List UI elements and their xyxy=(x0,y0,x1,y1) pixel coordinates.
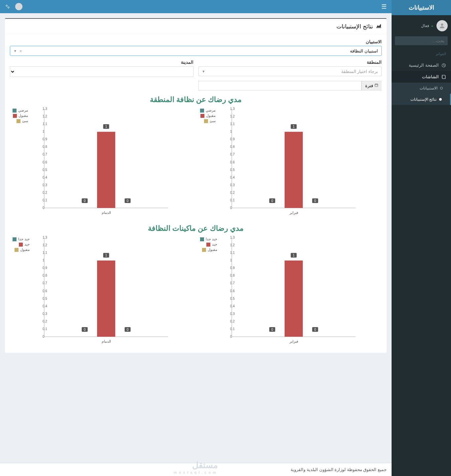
chart-2-svg: 00.10.20.30.40.50.60.70.80.911.11.21.301… xyxy=(10,106,194,218)
survey-clear-button[interactable]: × xyxy=(19,49,22,53)
region-select[interactable]: برجاء اختيار المنطقة ▼ xyxy=(198,66,382,76)
svg-text:0.6: 0.6 xyxy=(230,160,235,164)
svg-text:0: 0 xyxy=(271,328,273,331)
circle-filled-icon xyxy=(439,98,442,101)
sidebar-item-screens[interactable]: الشاشات xyxy=(392,71,451,83)
legend-swatch-icon xyxy=(13,114,17,118)
svg-text:0.8: 0.8 xyxy=(43,274,47,277)
svg-text:0.5: 0.5 xyxy=(43,297,47,300)
svg-text:فبراير: فبراير xyxy=(289,211,298,215)
svg-text:0: 0 xyxy=(84,328,86,331)
svg-text:1.2: 1.2 xyxy=(230,115,235,118)
svg-text:0.7: 0.7 xyxy=(43,153,47,156)
survey-select[interactable]: استبيان النظافة × ▼ xyxy=(10,46,382,56)
svg-text:0.3: 0.3 xyxy=(230,183,235,187)
sidebar-sub-surveys-label: الاستبيانات xyxy=(420,86,437,90)
svg-text:1.3: 1.3 xyxy=(230,236,235,239)
sidebar-sub-surveys[interactable]: الاستبيانات xyxy=(392,83,451,94)
sidebar-sub-results-label: نتائج الإستبيانات xyxy=(410,97,436,102)
topbar: ☰ xyxy=(0,0,392,13)
chart-3-legend: جيد جدا جيد مقبول xyxy=(200,237,217,253)
sidebar-item-home[interactable]: الصفحة الرئيسية xyxy=(392,59,451,71)
svg-text:0.6: 0.6 xyxy=(230,289,235,293)
legend-swatch-icon xyxy=(200,114,204,118)
region-placeholder: برجاء اختيار المنطقة xyxy=(341,69,378,74)
svg-text:0.1: 0.1 xyxy=(43,327,47,331)
chart-1: مرضي مقبول سئ 00.10.20.30.40.50.60.70.80… xyxy=(197,106,382,219)
svg-text:1.2: 1.2 xyxy=(43,243,47,247)
user-status: ● فعال xyxy=(421,23,433,28)
svg-text:0.7: 0.7 xyxy=(230,281,235,285)
sidebar-sub-results[interactable]: نتائج الإستبيانات xyxy=(392,94,451,105)
footer: جميع الحقوق محفوظة لوزارة الشؤون البلدية… xyxy=(0,463,392,476)
legend-swatch-icon xyxy=(15,248,18,252)
svg-text:0.4: 0.4 xyxy=(43,176,47,179)
search-input[interactable] xyxy=(395,36,448,45)
svg-text:0.9: 0.9 xyxy=(43,266,47,270)
svg-text:0: 0 xyxy=(271,199,273,203)
sidebar: الاستبيانات ● فعال القوائم الصفحة الرئيس… xyxy=(392,0,451,476)
svg-text:1.1: 1.1 xyxy=(43,251,47,255)
svg-text:0: 0 xyxy=(84,199,86,203)
svg-point-0 xyxy=(441,23,443,26)
svg-text:1: 1 xyxy=(293,254,295,257)
sidebar-item-screens-label: الشاشات xyxy=(422,74,439,79)
chevron-down-icon: ▼ xyxy=(14,49,17,53)
chart-1-svg: 00.10.20.30.40.50.60.70.80.911.11.21.301… xyxy=(197,106,382,218)
svg-text:0.6: 0.6 xyxy=(43,160,47,164)
legend-swatch-icon xyxy=(13,237,17,241)
svg-text:1: 1 xyxy=(105,125,107,128)
charts-row-1: مرضي مقبول سئ 00.10.20.30.40.50.60.70.80… xyxy=(10,106,382,219)
legend-swatch-icon xyxy=(202,248,206,252)
svg-text:0.5: 0.5 xyxy=(230,297,235,300)
legend-swatch-icon xyxy=(200,109,204,113)
legend-swatch-icon xyxy=(19,243,23,247)
section1-title: مدي رضاك عن نظافة المنطقة xyxy=(10,95,382,104)
svg-text:1.2: 1.2 xyxy=(43,115,47,118)
sidebar-search xyxy=(392,36,451,49)
chart-2-legend: مرضي مقبول سئ xyxy=(13,108,28,124)
topbar-avatar[interactable] xyxy=(15,3,22,10)
charts-row-2: جيد جدا جيد مقبول 00.10.20.30.40.50.60.7… xyxy=(10,234,382,348)
chart-4-svg: 00.10.20.30.40.50.60.70.80.911.11.21.301… xyxy=(10,234,194,347)
svg-text:0.8: 0.8 xyxy=(43,145,47,149)
svg-text:الدمام: الدمام xyxy=(102,339,111,344)
legend-swatch-icon xyxy=(206,243,210,247)
svg-text:1.3: 1.3 xyxy=(43,236,47,239)
svg-text:1.2: 1.2 xyxy=(230,243,235,247)
svg-text:0.9: 0.9 xyxy=(43,137,47,141)
svg-text:0.1: 0.1 xyxy=(230,327,235,331)
city-select[interactable] xyxy=(10,66,193,77)
chart-2: مرضي مقبول سئ 00.10.20.30.40.50.60.70.80… xyxy=(10,106,194,219)
sidebar-item-home-label: الصفحة الرئيسية xyxy=(409,63,439,68)
date-input[interactable] xyxy=(198,81,362,90)
menu-toggle-button[interactable]: ☰ xyxy=(381,3,387,10)
svg-point-5 xyxy=(6,5,7,6)
svg-text:1: 1 xyxy=(293,125,295,128)
svg-text:1.1: 1.1 xyxy=(43,122,47,126)
watermark-sub: mostaql.com xyxy=(174,470,218,474)
survey-select-value: استبيان النظافة xyxy=(350,49,378,53)
svg-text:0.7: 0.7 xyxy=(230,153,235,156)
chart-4-legend: جيد جدا جيد مقبول xyxy=(13,237,30,253)
survey-label: الاستبيان xyxy=(10,39,382,44)
date-range-input[interactable]: فترة xyxy=(198,81,382,90)
svg-rect-54 xyxy=(97,132,115,208)
area-chart-icon xyxy=(376,23,382,30)
panel-title: نتائج الإستبيانات xyxy=(336,23,373,30)
svg-text:0.1: 0.1 xyxy=(230,198,235,202)
svg-text:1.1: 1.1 xyxy=(230,122,235,126)
chevron-down-icon: ▼ xyxy=(202,70,205,73)
chart-1-legend: مرضي مقبول سئ xyxy=(200,108,216,124)
svg-text:0.9: 0.9 xyxy=(230,137,235,141)
gears-icon[interactable] xyxy=(5,4,10,9)
sidebar-menus-header: القوائم xyxy=(392,49,451,59)
footer-text: جميع الحقوق محفوظة لوزارة الشؤون البلدية… xyxy=(291,467,387,472)
svg-text:0.8: 0.8 xyxy=(230,274,235,277)
panel-header: نتائج الإستبيانات xyxy=(5,19,387,34)
chart-3-svg: 00.10.20.30.40.50.60.70.80.911.11.21.301… xyxy=(197,234,382,347)
legend-swatch-icon xyxy=(13,109,17,113)
svg-text:0.2: 0.2 xyxy=(230,320,235,323)
watermark: مستقل mostaql.com xyxy=(174,460,218,474)
svg-text:الدمام: الدمام xyxy=(102,211,111,215)
